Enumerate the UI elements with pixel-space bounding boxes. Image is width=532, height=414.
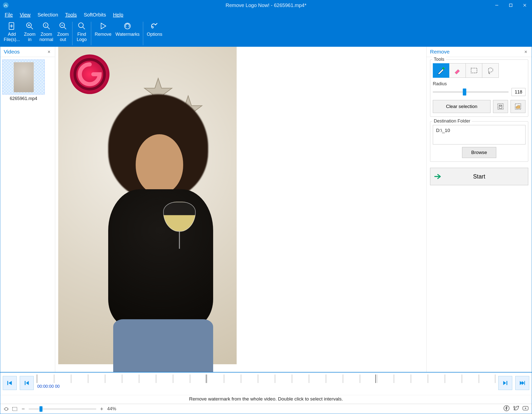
svg-text:1: 1 xyxy=(45,24,46,27)
prev-frame-button[interactable] xyxy=(20,376,34,390)
video-thumb[interactable]: 6265961.mp4 xyxy=(2,60,45,101)
svg-rect-33 xyxy=(25,381,25,385)
video-thumb-image xyxy=(2,60,45,94)
youtube-icon[interactable] xyxy=(522,405,529,413)
rectangle-select-tool[interactable] xyxy=(466,63,482,78)
zoom-percentage: 44% xyxy=(107,406,116,412)
timeline-ruler[interactable] xyxy=(37,374,495,383)
svg-line-16 xyxy=(64,27,66,29)
app-icon xyxy=(2,2,9,9)
twitter-icon[interactable] xyxy=(513,405,519,413)
remove-panel: Remove × Tools xyxy=(426,47,532,372)
zoom-normal-icon: 1 xyxy=(42,22,51,30)
skip-to-start-button[interactable] xyxy=(3,376,17,390)
menu-tools[interactable]: Tools xyxy=(65,12,77,18)
play-icon xyxy=(99,22,107,30)
browse-button[interactable]: Browse xyxy=(462,147,496,158)
svg-marker-20 xyxy=(101,23,106,29)
options-button[interactable]: Options xyxy=(145,20,164,47)
zoom-out-button[interactable]: Zoom out xyxy=(55,20,71,47)
remove-panel-title: Remove xyxy=(430,49,450,55)
svg-rect-2 xyxy=(510,4,512,7)
svg-line-19 xyxy=(83,27,85,29)
find-logo-icon xyxy=(77,22,86,30)
svg-marker-35 xyxy=(503,381,506,385)
svg-rect-43 xyxy=(12,407,17,411)
menu-softorbits[interactable]: SoftOrbits xyxy=(84,12,106,18)
zoom-normal-button[interactable]: 1 Zoom normal xyxy=(37,20,55,47)
zoom-slider[interactable] xyxy=(29,406,96,412)
videos-panel: Videos × 6265961.mp4 xyxy=(0,47,55,372)
skip-to-end-button[interactable] xyxy=(515,376,529,390)
zoom-in-button[interactable]: Zoom in xyxy=(22,20,37,47)
svg-rect-39 xyxy=(524,381,525,385)
menu-view[interactable]: View xyxy=(20,12,30,18)
eraser-tool[interactable] xyxy=(449,63,466,78)
svg-point-0 xyxy=(3,2,9,8)
video-frame xyxy=(58,47,237,364)
svg-marker-34 xyxy=(26,381,29,385)
svg-point-22 xyxy=(152,26,153,28)
zoom-in-small-icon[interactable]: + xyxy=(99,406,105,412)
watermarks-icon xyxy=(123,22,132,30)
minimize-button[interactable] xyxy=(490,0,504,10)
svg-line-13 xyxy=(47,27,50,29)
preview-area[interactable] xyxy=(55,47,426,372)
options-icon xyxy=(150,22,159,30)
menu-help[interactable]: Help xyxy=(113,12,123,18)
fit-screen-icon[interactable] xyxy=(12,406,18,412)
watermarks-button[interactable]: Watermarks xyxy=(113,20,141,47)
zoom-out-small-icon[interactable]: − xyxy=(20,406,26,412)
tools-label: Tools xyxy=(432,57,446,62)
marker-tool[interactable] xyxy=(433,63,449,78)
video-thumb-name: 6265961.mp4 xyxy=(2,96,45,101)
zoom-in-icon xyxy=(25,22,34,30)
menu-file[interactable]: File xyxy=(5,12,13,18)
radius-value[interactable]: 118 xyxy=(512,88,526,96)
window-title: Remove Logo Now! - 6265961.mp4* xyxy=(226,2,307,8)
find-logo-button[interactable]: Find Logo xyxy=(74,20,89,47)
close-button[interactable] xyxy=(518,0,532,10)
titlebar: Remove Logo Now! - 6265961.mp4* xyxy=(0,0,532,10)
load-selection-button[interactable] xyxy=(511,100,526,113)
radius-label: Radius xyxy=(433,81,526,86)
svg-rect-31 xyxy=(7,381,8,385)
zoom-out-icon xyxy=(59,22,67,30)
fit-width-icon[interactable] xyxy=(3,406,9,412)
save-selection-button[interactable] xyxy=(493,100,508,113)
remove-panel-close[interactable]: × xyxy=(523,49,528,55)
svg-marker-32 xyxy=(8,381,12,385)
destination-label: Destination Folder xyxy=(432,118,472,124)
lasso-tool[interactable] xyxy=(482,63,499,78)
svg-point-18 xyxy=(78,23,83,28)
timeline-hint: Remove watermark from the whole video. D… xyxy=(0,395,532,404)
clear-selection-button[interactable]: Clear selection xyxy=(433,100,491,113)
statusbar: − + 44% xyxy=(0,404,532,414)
remove-button[interactable]: Remove xyxy=(93,20,113,47)
destination-folder-input[interactable]: D:\_10 xyxy=(433,125,526,144)
svg-line-9 xyxy=(31,27,33,29)
videos-panel-close[interactable]: × xyxy=(46,49,51,55)
svg-rect-36 xyxy=(507,381,507,385)
facebook-icon[interactable] xyxy=(503,405,510,413)
menubar: File View Selection Tools SoftOrbits Hel… xyxy=(0,10,532,19)
videos-panel-title: Videos xyxy=(4,49,20,55)
radius-slider[interactable] xyxy=(433,89,509,95)
add-files-button[interactable]: Add File(s)... xyxy=(2,20,22,47)
menu-selection[interactable]: Selection xyxy=(37,12,58,18)
start-button[interactable]: Start xyxy=(430,168,528,185)
start-arrow-icon xyxy=(434,172,442,180)
watermark-logo xyxy=(67,52,112,97)
add-file-icon xyxy=(8,22,16,30)
svg-marker-46 xyxy=(525,408,527,409)
svg-rect-28 xyxy=(471,68,477,73)
timeline: 00:00:00 00 xyxy=(0,372,532,395)
person-placeholder xyxy=(78,79,224,364)
toolbar: Add File(s)... Zoom in 1 Zoom normal Zoo… xyxy=(0,19,532,47)
next-frame-button[interactable] xyxy=(498,376,512,390)
maximize-button[interactable] xyxy=(504,0,518,10)
timeline-time: 00:00:00 00 xyxy=(37,383,495,390)
svg-point-40 xyxy=(5,408,8,410)
svg-marker-38 xyxy=(522,381,524,385)
